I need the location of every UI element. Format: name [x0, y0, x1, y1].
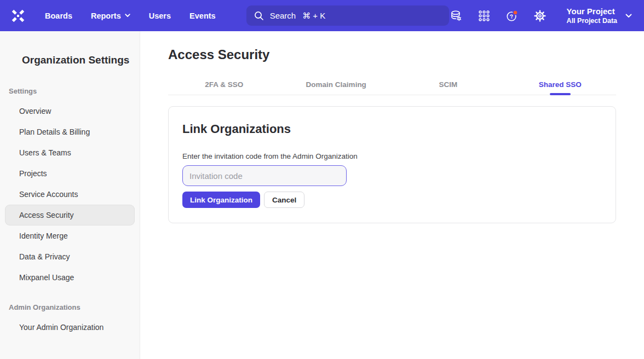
sidebar-settings-list: Overview Plan Details & Billing Users & … — [0, 101, 140, 288]
sidebar-item-users-teams[interactable]: Users & Teams — [5, 142, 135, 163]
nav-item-reports[interactable]: Reports — [91, 11, 130, 20]
mixpanel-logo-icon — [11, 9, 25, 23]
main-panel: Access Security 2FA & SSO Domain Claimin… — [140, 31, 644, 359]
sidebar-section-admin-organizations: Admin Organizations — [9, 303, 140, 312]
chevron-down-icon — [125, 14, 130, 18]
nav-item-users-label: Users — [149, 11, 171, 20]
tab-scim[interactable]: SCIM — [392, 74, 504, 95]
invitation-code-input[interactable] — [182, 165, 347, 186]
tab-domain-claiming[interactable]: Domain Claiming — [280, 74, 393, 95]
nav-item-boards-label: Boards — [45, 11, 72, 20]
sidebar-admin-list: Your Admin Organization — [0, 317, 140, 338]
card-buttons: Link Organization Cancel — [182, 192, 602, 208]
link-organization-button[interactable]: Link Organization — [182, 192, 260, 208]
sidebar-item-plan-details-billing[interactable]: Plan Details & Billing — [5, 121, 135, 142]
search-input[interactable]: Search ⌘ + K — [246, 5, 449, 26]
card-title: Link Organizations — [182, 121, 602, 137]
invitation-code-label: Enter the invitation code from the Admin… — [182, 152, 602, 161]
tab-shared-sso[interactable]: Shared SSO — [504, 74, 617, 95]
nav-item-events-label: Events — [189, 11, 216, 20]
help-icon[interactable]: ? — [505, 9, 519, 22]
settings-gear-icon[interactable] — [533, 9, 547, 22]
project-switcher[interactable]: Your Project All Project Data — [567, 7, 632, 25]
top-navbar: Boards Reports Users Events Search ⌘ + K — [0, 0, 644, 31]
svg-text:?: ? — [509, 13, 514, 20]
project-texts: Your Project All Project Data — [567, 7, 617, 25]
mixpanel-logo[interactable] — [10, 8, 26, 24]
data-management-icon[interactable] — [450, 9, 463, 22]
search-placeholder: Search — [270, 11, 296, 20]
navbar-actions: ? — [450, 7, 632, 25]
page-title: Access Security — [168, 45, 616, 63]
link-organizations-card: Link Organizations Enter the invitation … — [168, 106, 616, 223]
nav-item-reports-label: Reports — [91, 11, 121, 20]
search-shortcut-hint: ⌘ + K — [302, 11, 325, 21]
sidebar-item-identity-merge[interactable]: Identity Merge — [5, 225, 135, 246]
page-content: Organization Settings Settings Overview … — [0, 31, 644, 359]
nav-item-events[interactable]: Events — [189, 11, 216, 20]
project-scope: All Project Data — [567, 17, 617, 25]
sidebar-item-service-accounts[interactable]: Service Accounts — [5, 184, 135, 205]
sidebar-item-mixpanel-usage[interactable]: Mixpanel Usage — [5, 267, 135, 288]
settings-sidebar: Organization Settings Settings Overview … — [0, 31, 140, 359]
nav-item-users[interactable]: Users — [149, 11, 171, 20]
cancel-button[interactable]: Cancel — [264, 192, 304, 208]
apps-grid-icon[interactable] — [478, 9, 491, 22]
access-security-tabs: 2FA & SSO Domain Claiming SCIM Shared SS… — [168, 74, 616, 95]
search-icon — [254, 10, 264, 21]
sidebar-item-data-privacy[interactable]: Data & Privacy — [5, 246, 135, 267]
notification-dot — [513, 10, 518, 14]
sidebar-title: Organization Settings — [22, 54, 140, 66]
sidebar-item-your-admin-organization[interactable]: Your Admin Organization — [5, 317, 135, 338]
sidebar-item-projects[interactable]: Projects — [5, 163, 135, 184]
project-name: Your Project — [567, 7, 617, 16]
sidebar-item-overview[interactable]: Overview — [5, 101, 135, 121]
primary-nav: Boards Reports Users Events — [45, 11, 216, 20]
nav-item-boards[interactable]: Boards — [45, 11, 72, 20]
chevron-down-icon — [625, 14, 632, 18]
sidebar-item-access-security[interactable]: Access Security — [5, 205, 135, 225]
tab-2fa-sso[interactable]: 2FA & SSO — [168, 74, 280, 95]
sidebar-section-settings: Settings — [9, 87, 140, 96]
